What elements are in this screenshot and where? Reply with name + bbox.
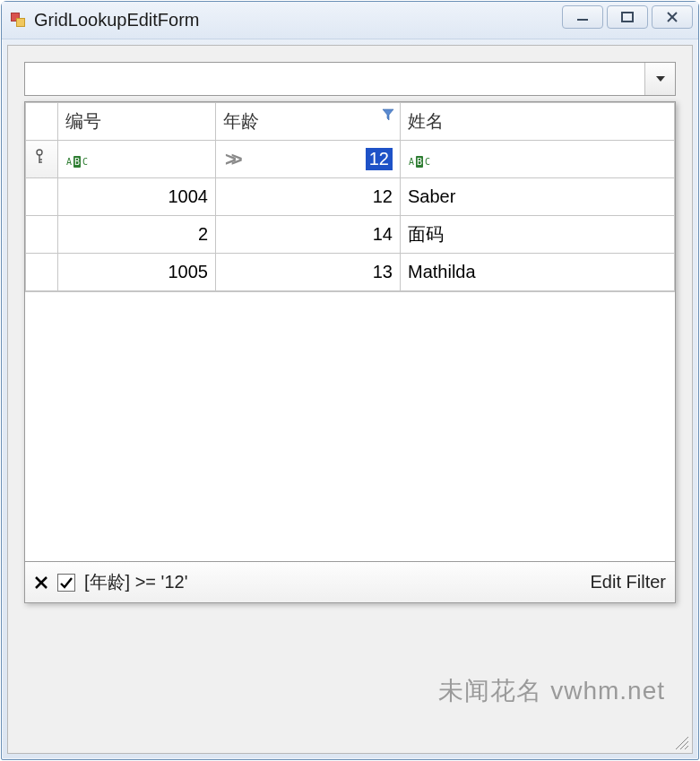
- contains-operator-icon: ABC: [65, 156, 89, 168]
- header-row: 编号 年龄 姓名: [26, 103, 675, 141]
- filter-funnel-icon[interactable]: [382, 108, 394, 121]
- minimize-icon: [575, 11, 591, 23]
- svg-rect-1: [622, 13, 633, 22]
- cell-age: 13: [216, 254, 401, 291]
- indicator-header: [26, 103, 58, 141]
- minimize-button[interactable]: [562, 5, 603, 29]
- close-icon: [664, 11, 680, 23]
- filter-panel: [年龄] >= '12' Edit Filter: [25, 561, 675, 602]
- chevron-down-icon: [655, 75, 666, 82]
- svg-marker-4: [656, 76, 665, 82]
- row-indicator: [26, 178, 58, 216]
- cell-age: 14: [216, 216, 401, 254]
- dropdown-button[interactable]: [644, 63, 675, 95]
- cell-age: 12: [216, 178, 401, 216]
- table-row[interactable]: 1005 13 Mathilda: [26, 254, 675, 291]
- lookup-input[interactable]: [25, 70, 644, 89]
- autofilter-age-value[interactable]: 12: [366, 148, 393, 170]
- lookup-combo[interactable]: [24, 62, 676, 96]
- svg-line-13: [680, 741, 688, 749]
- column-header-age[interactable]: 年龄: [216, 103, 401, 141]
- app-icon: [11, 13, 27, 29]
- row-indicator: [26, 216, 58, 254]
- dropdown-grid-panel: 编号 年龄 姓名: [24, 101, 676, 603]
- edit-filter-link[interactable]: Edit Filter: [591, 572, 666, 592]
- column-header-name[interactable]: 姓名: [401, 103, 675, 141]
- column-header-name-label: 姓名: [408, 111, 444, 131]
- filter-expression: [年龄] >= '12': [84, 570, 187, 594]
- maximize-button[interactable]: [607, 5, 648, 29]
- column-header-id[interactable]: 编号: [58, 103, 216, 141]
- maximize-icon: [619, 11, 635, 23]
- window-buttons: [562, 5, 693, 29]
- svg-line-14: [685, 746, 688, 749]
- resize-grip[interactable]: [672, 733, 688, 749]
- app-window: GridLookupEditForm: [1, 1, 699, 760]
- autofilter-indicator: [26, 141, 58, 178]
- autofilter-cell-age[interactable]: >> 12: [216, 141, 401, 178]
- grid-empty-area: [25, 291, 675, 561]
- table-row[interactable]: 1004 12 Saber: [26, 178, 675, 216]
- svg-point-6: [37, 150, 42, 155]
- contains-operator-icon: ABC: [408, 156, 431, 168]
- filter-enabled-checkbox[interactable]: [57, 574, 75, 592]
- cell-name: Mathilda: [401, 254, 675, 291]
- column-header-age-label: 年龄: [223, 111, 259, 131]
- cell-id: 1005: [58, 254, 216, 291]
- cell-id: 1004: [58, 178, 216, 216]
- svg-marker-5: [383, 109, 393, 120]
- column-header-id-label: 编号: [65, 111, 101, 131]
- cell-name: 面码: [401, 216, 675, 254]
- check-icon: [59, 575, 73, 590]
- clear-filter-button[interactable]: [34, 575, 48, 590]
- autofilter-row: ABC >> 12 ABC: [26, 141, 675, 178]
- key-icon: [33, 149, 46, 165]
- grid: 编号 年龄 姓名: [25, 102, 675, 291]
- close-button[interactable]: [652, 5, 693, 29]
- cell-id: 2: [58, 216, 216, 254]
- resize-grip-icon: [672, 733, 688, 749]
- window-title: GridLookupEditForm: [34, 10, 200, 30]
- table-row[interactable]: 2 14 面码: [26, 216, 675, 254]
- row-indicator: [26, 254, 58, 291]
- autofilter-cell-id[interactable]: ABC: [58, 141, 216, 178]
- autofilter-cell-name[interactable]: ABC: [401, 141, 675, 178]
- titlebar[interactable]: GridLookupEditForm: [2, 2, 698, 39]
- ge-operator-icon[interactable]: >>: [225, 148, 238, 171]
- watermark-text: 未闻花名 vwhm.net: [438, 674, 665, 708]
- client-area: 编号 年龄 姓名: [7, 45, 693, 754]
- cell-name: Saber: [401, 178, 675, 216]
